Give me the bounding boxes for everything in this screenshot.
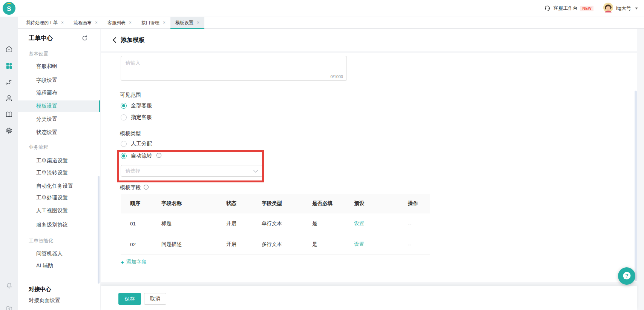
help-bubble-icon: ? [618,267,635,285]
page-title: 添加模板 [121,36,145,44]
sidebar-item-ai-assist[interactable]: AI 辅助 [18,260,100,271]
cell-status: 开启 [226,241,262,248]
home-icon[interactable] [0,44,18,54]
sidebar-item-agents-and-groups[interactable]: 客服和组 [18,61,100,72]
template-fields-table: 顺序 字段名称 状态 字段类型 是否必填 预设 操作 01 标题 开启 单行文本… [121,194,430,255]
radio-manual-assignment[interactable]: 人工分配 [121,140,152,148]
template-fields-label: 模板字段 [120,184,149,191]
headset-icon [544,5,550,12]
open-tabs-bar: 我待处理的工单 × 流程画布 × 客服列表 × 接口管理 × 模板设置 × [18,17,644,29]
svg-text:?: ? [625,273,629,279]
col-header-actions: 操作 [408,200,430,207]
workspace-switcher[interactable]: 客服工作台 NEW [544,5,593,12]
radio-selected-icon[interactable] [121,103,127,109]
cell-field-name: 标题 [161,220,226,227]
tab-api-management[interactable]: 接口管理 × [136,17,170,28]
sidebar-item-manual-view-settings[interactable]: 人工视图设置 [18,205,100,216]
cancel-button[interactable]: 取消 [144,293,166,305]
radio-label: 全部客服 [131,102,152,109]
table-row: 01 标题 开启 单行文本 是 设置 -- [121,213,430,234]
topbar-right: 客服工作台 NEW ltg大号 [544,0,638,17]
close-icon[interactable]: × [163,20,166,25]
close-icon[interactable]: × [61,20,64,25]
caret-down-icon [635,8,638,9]
tab-my-pending-tickets[interactable]: 我待处理的工单 × [21,17,69,28]
radio-specified-agents[interactable]: 指定客服 [121,114,152,121]
tab-template-settings[interactable]: 模板设置 × [170,17,204,28]
close-icon[interactable]: × [95,20,98,25]
workflow-route-icon[interactable] [0,77,18,87]
tab-label: 客服列表 [107,20,126,26]
sidebar-item-ticket-flow-settings[interactable]: 工单流转设置 [18,167,100,179]
topbar: S 客服工作台 NEW [0,0,644,17]
cell-field-name: 问题描述 [161,241,226,248]
close-icon[interactable]: × [129,20,132,25]
sidebar-item-qa-bot[interactable]: 问答机器人 [18,248,100,259]
sidebar-item-field-settings[interactable]: 字段设置 [18,75,100,86]
preset-settings-link[interactable]: 设置 [354,220,408,227]
notifications-bell-icon[interactable] [0,280,18,291]
sidebar-ticket-center: 工单中心 基本设置 客服和组 字段设置 流程画布 模板设置 分类设置 状态设置 … [18,29,100,310]
save-button[interactable]: 保存 [118,293,141,305]
avatar [603,3,613,14]
sidebar-item-automation-task-settings[interactable]: 自动化任务设置 [18,180,100,192]
sidebar-section-business-flow: 业务流程 [29,142,48,152]
user-menu[interactable]: ltg大号 [603,3,638,14]
add-field-button[interactable]: + 添加字段 [121,259,147,265]
add-field-label: 添加字段 [126,259,147,265]
back-button[interactable] [110,35,118,45]
table-row: 02 问题描述 开启 多行文本 是 设置 -- [121,234,430,255]
tab-agent-list[interactable]: 客服列表 × [103,17,136,28]
sidebar-item-template-settings[interactable]: 模板设置 [18,100,100,112]
sidebar-item-flow-canvas[interactable]: 流程画布 [18,87,100,99]
radio-label: 自动流转 [131,153,152,159]
cell-order: 02 [130,242,161,247]
sidebar-item-category-settings[interactable]: 分类设置 [18,114,100,125]
template-type-label: 模板类型 [120,130,141,137]
sidebar-item-ticket-channel-settings[interactable]: 工单渠道设置 [18,155,100,167]
preset-settings-link[interactable]: 设置 [354,241,408,248]
form-footer: 保存 取消 [101,286,637,310]
help-button[interactable]: ? [618,267,635,285]
sidebar-item-integration-page-settings[interactable]: 对接页面设置 [29,296,60,305]
content-scrollbar[interactable] [635,91,637,281]
downloads-folder-icon[interactable] [0,303,18,310]
radio-unselected-icon[interactable] [121,141,127,147]
cell-required: 是 [312,220,354,227]
col-header-field-type: 字段类型 [262,200,312,207]
sidebar-scrollbar[interactable] [98,176,100,284]
customer-person-icon[interactable] [0,93,18,103]
sidebar-item-ticket-handling-settings[interactable]: 工单处理设置 [18,192,100,204]
tab-label: 模板设置 [175,20,193,26]
workspace-label: 客服工作台 [553,5,578,12]
col-header-preset: 预设 [354,200,408,207]
knowledge-book-icon[interactable] [0,109,18,120]
cell-field-type: 单行文本 [262,220,312,227]
sidebar-section-basic-settings: 基本设置 [29,49,48,59]
sidebar-item-status-settings[interactable]: 状态设置 [18,127,100,138]
cell-actions: -- [408,242,430,247]
tab-label: 接口管理 [141,20,159,26]
sidebar-item-service-level-agreement[interactable]: 服务级别协议 [18,219,100,231]
auto-flow-select[interactable]: 请选择 [121,165,263,177]
radio-all-agents[interactable]: 全部客服 [121,102,152,110]
app-logo[interactable]: S [3,2,15,15]
chevron-down-icon [253,168,258,174]
col-header-field-name: 字段名称 [161,200,226,207]
radio-selected-icon[interactable] [121,153,127,159]
dashboard-grid-icon[interactable] [0,60,18,71]
description-input-wrap: 0/1000 [121,56,347,81]
settings-gear-icon[interactable] [0,125,18,136]
template-form: 0/1000 可见范围 全部客服 指定客服 模板类型 人工分配 自动流转 [101,53,637,282]
tab-flow-canvas[interactable]: 流程画布 × [69,17,103,28]
radio-auto-flow[interactable]: 自动流转 [121,152,162,160]
sidebar-title-integration-center: 对接中心 [29,284,51,294]
info-icon[interactable] [156,153,162,160]
info-icon[interactable] [143,184,149,191]
select-placeholder: 请选择 [126,168,253,174]
radio-unselected-icon[interactable] [121,114,127,120]
refresh-icon[interactable] [81,35,87,43]
description-textarea[interactable] [121,56,347,80]
close-icon[interactable]: × [197,20,199,25]
visible-range-label: 可见范围 [120,92,141,99]
